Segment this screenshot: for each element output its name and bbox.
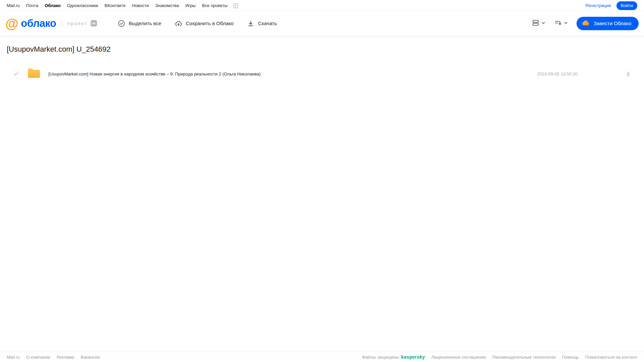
create-cloud-label: Завести Облако xyxy=(594,20,631,26)
topbar-link-oblako[interactable]: Облако xyxy=(45,3,61,8)
topbar-link-igry[interactable]: Игры xyxy=(185,3,196,8)
footer-link-ads[interactable]: Реклама xyxy=(57,355,74,360)
footer-left-links: Mail.ru О компании Реклама Вакансии xyxy=(7,355,100,360)
logo-wordmark: облако xyxy=(21,17,56,30)
download-icon xyxy=(247,20,254,27)
cloud-logo[interactable]: @ облако | проект vk xyxy=(5,16,97,31)
select-all-label: Выделить все xyxy=(129,20,161,26)
vk-badge-icon: vk xyxy=(91,20,97,27)
footer-link-jobs[interactable]: Вакансии xyxy=(81,355,100,360)
footer-link-mailru[interactable]: Mail.ru xyxy=(7,355,20,360)
project-label: проект xyxy=(67,20,88,26)
all-projects-grid-icon[interactable] xyxy=(233,3,238,8)
topbar-right: Регистрация Войти xyxy=(586,1,637,10)
create-cloud-button[interactable]: Завести Облако xyxy=(577,17,639,30)
checkmark-icon xyxy=(14,72,18,76)
check-circle-icon xyxy=(118,20,125,27)
save-to-cloud-button[interactable]: Сохранить в Облако xyxy=(175,20,234,27)
cloud-upload-icon xyxy=(175,20,182,27)
list-view-icon xyxy=(532,19,540,28)
download-label: Скачать xyxy=(258,20,277,26)
view-mode-dropdown[interactable] xyxy=(532,19,546,28)
footer-right-links: Файлы защищены kaspersky Лицензионное со… xyxy=(362,354,637,360)
file-row[interactable]: [UsupovMarket.com] Новая энергия в народ… xyxy=(7,66,637,82)
orange-cloud-icon xyxy=(582,19,590,28)
topbar-link-odnoklassniki[interactable]: Одноклассники xyxy=(67,3,98,8)
save-to-cloud-label: Сохранить в Облако xyxy=(186,20,234,26)
project-vk-tag: | проект vk xyxy=(61,20,97,27)
topbar-link-znakomstva[interactable]: Знакомства xyxy=(155,3,179,8)
file-date: 2023-09-05 13:50:20 xyxy=(537,71,578,76)
topbar-link-all-projects[interactable]: Все проекты xyxy=(202,3,228,8)
file-toolbar: Выделить все Сохранить в Облако Скачат xyxy=(118,20,291,27)
chevron-down-icon xyxy=(541,20,546,27)
chevron-down-icon xyxy=(563,20,568,27)
footer-link-help[interactable]: Помощь xyxy=(562,355,579,360)
row-download-icon[interactable] xyxy=(625,71,631,77)
file-checkbox[interactable] xyxy=(11,69,20,79)
footer-link-about[interactable]: О компании xyxy=(26,355,50,360)
topbar-link-novosti[interactable]: Новости xyxy=(132,3,149,8)
page-footer: Mail.ru О компании Реклама Вакансии Файл… xyxy=(0,352,644,362)
main-content: [UsupovMarket.com] U_254692 [UsupovMarke… xyxy=(0,36,644,352)
page-title: [UsupovMarket.com] U_254692 xyxy=(7,45,637,54)
footer-link-license[interactable]: Лицензионное соглашение xyxy=(431,355,486,360)
portal-topbar: Mail.ru Почта Облако Одноклассники ВКонт… xyxy=(0,0,644,11)
app-header: @ облако | проект vk Выделить все xyxy=(0,11,644,36)
protected-label: Файлы защищены xyxy=(362,355,399,360)
footer-link-recommendations[interactable]: Рекомендательные технологии xyxy=(492,355,555,360)
header-right-controls: Завести Облако xyxy=(532,17,639,30)
logo-separator: | xyxy=(61,20,63,27)
topbar-link-pochta[interactable]: Почта xyxy=(26,3,38,8)
file-name-link[interactable]: [UsupovMarket.com] Новая энергия в народ… xyxy=(48,71,537,76)
sort-icon xyxy=(554,19,562,28)
topbar-link-vkontakte[interactable]: ВКонтакте xyxy=(105,3,126,8)
footer-link-report[interactable]: Пожаловаться на контент xyxy=(585,355,637,360)
topbar-link-mailru[interactable]: Mail.ru xyxy=(7,3,20,8)
registration-link[interactable]: Регистрация xyxy=(586,3,611,8)
mailru-at-icon: @ xyxy=(5,16,18,31)
download-button[interactable]: Скачать xyxy=(247,20,277,27)
select-all-button[interactable]: Выделить все xyxy=(118,20,161,27)
kaspersky-logo[interactable]: kaspersky xyxy=(401,354,425,360)
sort-dropdown[interactable] xyxy=(554,19,568,28)
kaspersky-protected: Файлы защищены kaspersky xyxy=(362,354,425,360)
folder-icon[interactable] xyxy=(27,67,41,80)
login-button[interactable]: Войти xyxy=(616,1,637,10)
